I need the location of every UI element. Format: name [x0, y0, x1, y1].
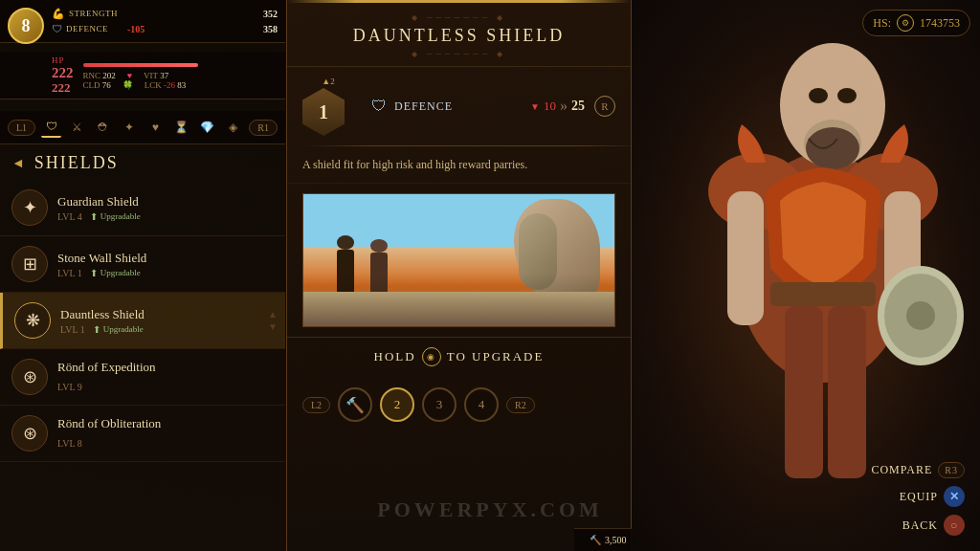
tab-4[interactable]: 4 [464, 387, 499, 422]
armor-tab-icon[interactable]: ⚔ [67, 117, 87, 138]
hp-value-display: 222 [52, 65, 74, 81]
shield-item-guardian[interactable]: ✦ Guardian Shield LVL 4 ⬆ Upgradable [0, 180, 285, 236]
vit-label: VIT [144, 71, 158, 80]
dauntless-shield-name: Dauntless Shield [60, 307, 274, 322]
cld-label: CLD [83, 80, 100, 90]
guardian-shield-name: Guardian Shield [57, 194, 274, 209]
item-preview-image [302, 193, 615, 327]
r1-button[interactable]: R1 [249, 120, 278, 136]
svg-point-6 [806, 127, 859, 169]
upgradable-label2: Upgradable [100, 268, 141, 277]
hourglass-tab-icon[interactable]: ⏳ [171, 117, 191, 138]
item-level-hex: 1 [302, 88, 345, 136]
upgrade-section: HOLD ◉ TO UPGRADE [287, 337, 631, 376]
shield-item-dauntless[interactable]: ❋ Dauntless Shield LVL 1 ⬆ Upgradable ▲ … [0, 293, 285, 349]
dauntless-shield-info: Dauntless Shield LVL 1 ⬆ Upgradable [60, 307, 274, 335]
helmet-tab-icon[interactable]: ⛑ [93, 117, 113, 138]
r-badge: R [594, 96, 615, 117]
scene-overlay [303, 194, 614, 326]
upgradable-label3: Upgradable [103, 324, 144, 334]
upgradable-label: Upgradable [100, 211, 141, 221]
x-button-label: ✕ [949, 490, 960, 504]
r2-tab-button[interactable]: R2 [506, 397, 535, 413]
item-level-prefix: ▲2 [322, 77, 334, 86]
stonewall-shield-name: Stone Wall Shield [57, 251, 274, 266]
l1-button[interactable]: L1 [8, 120, 35, 136]
stonewall-upgradable: ⬆ Upgradable [90, 268, 141, 278]
guardian-shield-icon: ✦ [11, 189, 48, 226]
strength-label: STRENGTH [69, 9, 126, 18]
stat-after: 25 [571, 99, 585, 114]
r3-button[interactable]: R3 [938, 462, 965, 478]
item-title: DAUNTLESS SHIELD [302, 26, 615, 46]
tab-2[interactable]: 2 [380, 387, 414, 422]
lck-value: 83 [177, 80, 186, 90]
rune-tab-icon[interactable]: ✦ [120, 117, 140, 138]
item-level-number: 1 [319, 101, 328, 123]
rond-expedition-level: LVL 9 [57, 382, 82, 392]
stat-sep: » [560, 98, 568, 115]
gem-tab-icon[interactable]: 💎 [197, 117, 217, 138]
hp-current: 222 [52, 65, 74, 80]
shield-stat-icon: 🛡 [371, 98, 387, 115]
item-deco-top: ◆ ─────── ◆ [302, 13, 615, 22]
upgrade-tab-anvil[interactable]: 🔨 [338, 387, 372, 422]
character-panel: HS: ⚙ 1743753 COMPARE R3 EQUIP ✕ BACK ○ [632, 0, 980, 551]
back-label: BACK [902, 518, 938, 533]
heart-tab-icon[interactable]: ♥ [145, 117, 166, 138]
item-stat-details: 🛡 DEFENCE ▼ 10 » 25 [371, 98, 585, 115]
item-description: A shield fit for high risk and high rewa… [287, 146, 631, 184]
upgrade-icon: ⬆ [90, 211, 98, 222]
shield-tab-icon[interactable]: 🛡 [41, 117, 61, 138]
action-buttons: COMPARE R3 EQUIP ✕ BACK ○ [871, 462, 965, 536]
hp-max: 222 [52, 81, 74, 95]
back-action[interactable]: BACK ○ [902, 515, 965, 536]
player-level-badge: 8 [8, 8, 44, 44]
svg-point-15 [809, 88, 828, 103]
stonewall-shield-info: Stone Wall Shield LVL 1 ⬆ Upgradable [57, 251, 274, 278]
upgrade-icon3: ⬆ [93, 324, 100, 335]
defence-value: 358 [263, 24, 278, 34]
hacksilver-value: 3,500 [605, 535, 627, 545]
equip-label: EQUIP [900, 490, 938, 504]
shield-item-rond-expedition[interactable]: ⊛ Rönd of Expedition LVL 9 [0, 349, 285, 406]
x-button[interactable]: ✕ [944, 486, 965, 507]
level-number: 8 [22, 16, 31, 36]
hp-label: HP [52, 55, 74, 65]
compare-action[interactable]: COMPARE R3 [871, 462, 965, 478]
hacksilver-icon: 🔨 [590, 535, 601, 545]
hs-icon: ⚙ [897, 14, 914, 32]
lck-neg: -26 [164, 80, 175, 90]
shield-item-stonewall[interactable]: ⊞ Stone Wall Shield LVL 1 ⬆ Upgradable [0, 236, 285, 293]
rond-obliteration-level: LVL 8 [57, 438, 82, 449]
rond-expedition-info: Rönd of Expedition LVL 9 [57, 360, 274, 394]
hs-label: HS: [873, 16, 891, 31]
l2-tab-button[interactable]: L2 [302, 397, 330, 413]
guardian-shield-level: LVL 4 [57, 211, 82, 222]
shield-list: ✦ Guardian Shield LVL 4 ⬆ Upgradable ⊞ S… [0, 180, 285, 462]
item-header: ◆ ─────── ◆ DAUNTLESS SHIELD ◆ ─────── ◆ [287, 0, 631, 67]
o-button[interactable]: ○ [944, 515, 965, 536]
to-upgrade-label: TO UPGRADE [447, 349, 545, 364]
upgrade-button-icon[interactable]: ◉ [422, 347, 441, 366]
strength-value: 352 [263, 9, 278, 19]
tab-3[interactable]: 3 [422, 387, 457, 422]
defence-neg: -105 [127, 24, 145, 34]
selection-arrows: ▲ ▼ [268, 309, 278, 332]
svg-rect-9 [828, 306, 866, 478]
hp-bar-fill [83, 63, 198, 67]
stat-change-arrow: ▼ [530, 101, 540, 112]
svg-rect-10 [727, 191, 764, 325]
hold-label: HOLD [374, 349, 416, 364]
guardian-upgradable: ⬆ Upgradable [90, 211, 141, 222]
dauntless-shield-icon: ❋ [14, 302, 51, 339]
rond-obliteration-icon: ⊛ [11, 415, 48, 452]
defence-stat: 🛡 DEFENCE -105 358 [52, 21, 278, 36]
lck-label: LCK [145, 80, 162, 90]
dauntless-shield-level: LVL 1 [60, 324, 85, 335]
item-deco-bottom: ◆ ─────── ◆ [302, 50, 615, 58]
svg-point-16 [837, 88, 857, 103]
arrows-tab-icon[interactable]: ◈ [223, 117, 243, 138]
shield-item-rond-obliteration[interactable]: ⊛ Rönd of Obliteration LVL 8 [0, 406, 285, 462]
equip-action[interactable]: EQUIP ✕ [900, 486, 965, 507]
